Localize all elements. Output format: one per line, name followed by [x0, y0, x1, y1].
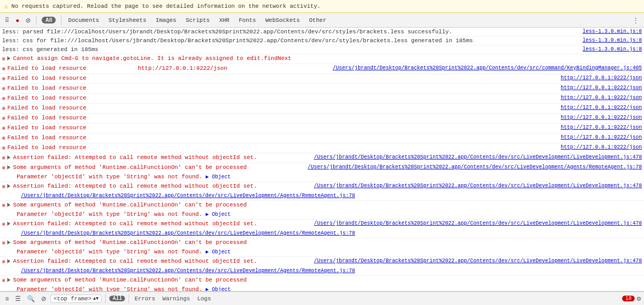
log-row: ⊗ Failed to load resource http://127.0.0…: [0, 124, 644, 133]
error-icon: ⊗: [2, 258, 5, 266]
bottom-list-button[interactable]: ☰: [13, 295, 23, 303]
expand-arrow[interactable]: [7, 238, 12, 247]
error-icon: ⊗: [2, 125, 5, 133]
expand-arrow[interactable]: [7, 219, 12, 228]
warning-bar: ⚠ No requests captured. Reload the page …: [0, 0, 644, 13]
toggle-columns-icon: ⠿: [5, 17, 9, 24]
separator: [129, 294, 129, 303]
log-source[interactable]: http://127.0.0.1:9222/json: [557, 74, 642, 82]
error-count: 18 ⚙: [622, 295, 641, 303]
log-source[interactable]: less-1.3.0.min.js:8: [578, 45, 642, 54]
log-subsource: /Users/jbrandt/Desktop/Brackets%20Sprint…: [2, 191, 642, 200]
object-link[interactable]: ▶ Object: [206, 287, 231, 291]
object-link[interactable]: ▶ Object: [206, 174, 231, 180]
log-source[interactable]: http://127.0.0.1:9222/json: [557, 124, 642, 132]
log-source[interactable]: /Users/jbrandt/Desktop/Brackets%20Sprint…: [310, 219, 642, 228]
log-row: ⊗ Some arguments of method 'Runtime.call…: [0, 276, 644, 291]
error-icon: ⊗: [2, 85, 5, 93]
log-subsource: /Users/jbrandt/Desktop/Brackets%20Sprint…: [2, 229, 642, 238]
toolbar-right: ⋮: [629, 15, 642, 26]
error-icon: ⊗: [2, 115, 5, 123]
more-button[interactable]: ⋮: [629, 15, 642, 26]
error-icon: ⊗: [2, 183, 5, 191]
all-filter-label: All: [42, 17, 56, 23]
object-link[interactable]: ▶ Object: [206, 249, 231, 255]
nav-other[interactable]: Other: [305, 16, 331, 25]
nav-documents[interactable]: Documents: [64, 16, 103, 25]
nav-scripts[interactable]: Scripts: [182, 16, 214, 25]
expand-arrow[interactable]: [7, 276, 12, 284]
sub-source[interactable]: /Users/jbrandt/Desktop/Brackets%20Sprint…: [17, 230, 355, 236]
tab-errors[interactable]: Errors: [133, 295, 157, 302]
tab-warnings[interactable]: Warnings: [161, 295, 192, 302]
log-text: Failed to load resource: [7, 84, 557, 92]
log-row: ⊗ Cannot assign Cmd-G to navigate.gotoLi…: [0, 54, 644, 64]
log-source[interactable]: http://127.0.0.1:9222/json: [557, 143, 642, 152]
log-subtext: Parameter 'objectId' with type 'String' …: [2, 285, 642, 291]
log-row: ⊗ Some arguments of method 'Runtime.call…: [0, 163, 644, 182]
error-badge: 18: [622, 296, 635, 301]
log-row: ⊗ Some arguments of method 'Runtime.call…: [0, 201, 644, 219]
frame-chevron-icon: ▲▼: [93, 296, 99, 301]
warning-icon: ⚠: [4, 2, 8, 10]
log-source[interactable]: /Users/jbrandt/Desktop/Brackets%20Sprint…: [304, 163, 642, 172]
log-text: Assertion failed: Attempted to call remo…: [13, 153, 310, 162]
log-source[interactable]: /Users/jbrandt/Desktop/Brackets%20Sprint…: [329, 64, 642, 72]
log-source[interactable]: /Users/jbrandt/Desktop/Brackets%20Sprint…: [310, 153, 642, 162]
object-link[interactable]: ▶ Object: [206, 212, 231, 217]
log-row: ⊗ Failed to load resource http://127.0.0…: [0, 74, 644, 84]
bottom-search-button[interactable]: 🔍: [25, 295, 37, 303]
clear-button[interactable]: ⊘: [23, 15, 33, 26]
error-icon: ⊗: [2, 65, 5, 74]
log-row: less: css generated in 185ms less-1.3.0.…: [0, 45, 644, 54]
expand-arrow[interactable]: [7, 257, 12, 265]
tab-logs[interactable]: Logs: [196, 295, 212, 302]
log-text: Failed to load resource http://127.0.0.1…: [7, 64, 329, 72]
error-icon: ⊗: [2, 55, 5, 64]
nav-xhr[interactable]: XHR: [215, 16, 234, 25]
expand-arrow[interactable]: [7, 201, 12, 209]
log-area: less: parsed file:///localhost/Users/jbr…: [0, 28, 644, 291]
record-button[interactable]: ●: [13, 15, 22, 26]
frame-selector[interactable]: <top frame> ▲▼: [50, 295, 102, 303]
all-badge[interactable]: All: [109, 296, 125, 301]
log-source[interactable]: http://127.0.0.1:9222/json: [557, 84, 642, 92]
bottom-clear-button[interactable]: ⊘: [39, 295, 48, 303]
log-source[interactable]: http://127.0.0.1:9222/json: [557, 104, 642, 112]
expand-arrow[interactable]: [7, 54, 12, 63]
log-source[interactable]: /Users/jbrandt/Desktop/Brackets%20Sprint…: [310, 182, 642, 190]
log-source[interactable]: less-1.3.0.min.js:8: [578, 36, 642, 45]
log-source[interactable]: /Users/jbrandt/Desktop/Brackets%20Sprint…: [310, 257, 642, 265]
frame-label: <top frame>: [54, 296, 92, 302]
log-row: less: parsed file:///localhost/Users/jbr…: [0, 28, 644, 36]
sub-source[interactable]: /Users/jbrandt/Desktop/Brackets%20Sprint…: [17, 268, 355, 274]
log-row: ⊗ Some arguments of method 'Runtime.call…: [0, 238, 644, 257]
log-row: ⊗ Assertion failed: Attempted to call re…: [0, 219, 644, 238]
expand-arrow[interactable]: [7, 153, 12, 162]
log-text: Assertion failed: Attempted to call remo…: [13, 219, 310, 228]
sub-source[interactable]: /Users/jbrandt/Desktop/Brackets%20Sprint…: [17, 193, 355, 199]
log-subtext: Parameter 'objectId' with type 'String' …: [2, 210, 642, 219]
log-source[interactable]: http://127.0.0.1:9222/json: [557, 94, 642, 102]
bottom-toggle-button[interactable]: ≡: [3, 295, 11, 303]
log-source[interactable]: less-1.3.0.min.js:8: [578, 28, 642, 36]
error-icon: ⊗: [2, 75, 5, 83]
log-text: Some arguments of method 'Runtime.callFu…: [13, 276, 642, 284]
log-subsource: /Users/jbrandt/Desktop/Brackets%20Sprint…: [2, 266, 642, 275]
log-row: ⊗ Failed to load resource http://127.0.0…: [0, 114, 644, 124]
nav-fonts[interactable]: Fonts: [235, 16, 260, 25]
separator2: [61, 16, 61, 25]
all-filter-button[interactable]: All: [39, 15, 58, 26]
error-icon: ⊗: [2, 95, 5, 103]
expand-arrow[interactable]: [7, 182, 12, 190]
toggle-columns-button[interactable]: ⠿: [2, 15, 12, 26]
expand-arrow[interactable]: [7, 163, 12, 172]
error-icon: ⊗: [2, 202, 5, 210]
log-source[interactable]: http://127.0.0.1:9222/json: [557, 133, 642, 142]
nav-images[interactable]: Images: [151, 16, 181, 25]
nav-stylesheets[interactable]: Stylesheets: [104, 16, 150, 25]
gear-icon[interactable]: ⚙: [637, 295, 641, 303]
log-source[interactable]: http://127.0.0.1:9222/json: [557, 114, 642, 122]
nav-websockets[interactable]: WebSockets: [261, 16, 304, 25]
log-text: less: css generated in 185ms: [2, 45, 578, 54]
